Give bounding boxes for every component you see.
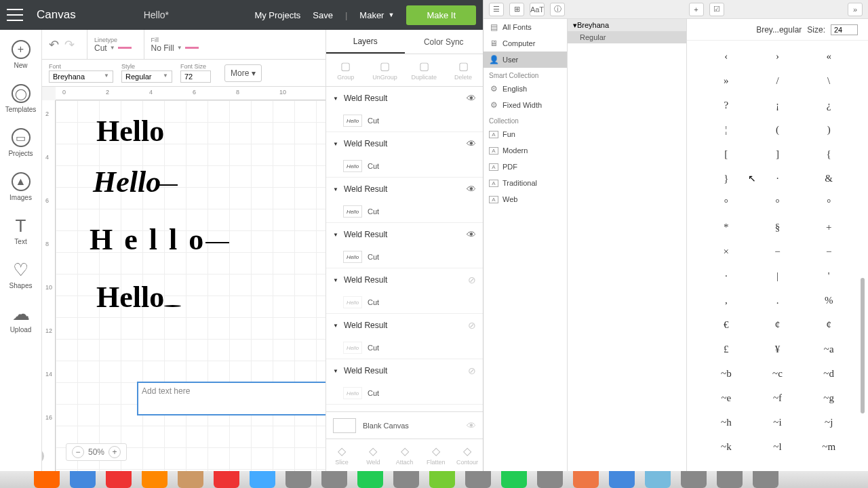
tool-text[interactable]: TText: [4, 213, 38, 249]
glyph-cell[interactable]: |: [752, 264, 804, 288]
glyph-cell[interactable]: ‹: [701, 44, 752, 68]
glyph-cell[interactable]: ¢: [752, 312, 804, 337]
machine-select[interactable]: Maker▼: [359, 10, 394, 20]
dock-app[interactable]: [573, 471, 599, 488]
font-style-item[interactable]: Regular: [568, 31, 686, 43]
glyph-cell[interactable]: ~c: [752, 361, 804, 386]
dock-app[interactable]: [393, 471, 419, 488]
glyph-cell[interactable]: [: [701, 142, 752, 166]
redo-button[interactable]: ↷: [64, 37, 75, 52]
glyph-cell[interactable]: ~h: [701, 410, 752, 434]
glyph-cell[interactable]: .: [752, 288, 804, 312]
scrollbar[interactable]: [861, 278, 865, 413]
action-contour[interactable]: ◇Contour: [452, 439, 483, 471]
fb-list-icon[interactable]: ☰: [489, 3, 504, 16]
glyph-cell[interactable]: ~m: [803, 434, 854, 459]
dock-app[interactable]: [285, 471, 311, 488]
layer-action-ungroup[interactable]: ▢UnGroup: [366, 54, 405, 86]
glyph-cell[interactable]: ~j: [803, 410, 854, 434]
glyph-cell[interactable]: »: [701, 68, 752, 93]
layer-item[interactable]: ▼Weld Result⊘: [326, 359, 483, 382]
fb-text-icon[interactable]: AaT: [530, 3, 545, 16]
glyph-cell[interactable]: &: [803, 166, 854, 190]
glyph-cell[interactable]: ¿: [803, 93, 854, 117]
layer-item[interactable]: ▼Weld Result👁: [326, 132, 483, 155]
glyph-cell[interactable]: ¥: [752, 337, 804, 361]
menu-icon[interactable]: [7, 9, 23, 21]
dock-app[interactable]: [537, 471, 563, 488]
layer-item[interactable]: ▼Square⊘: [326, 405, 483, 411]
dock-app[interactable]: [501, 471, 527, 488]
canvas-visibility-icon[interactable]: 👁: [467, 420, 476, 431]
glyph-cell[interactable]: ×: [701, 239, 752, 264]
layer-child[interactable]: HelloCut: [326, 337, 483, 359]
glyph-cell[interactable]: (: [752, 117, 804, 142]
dock-app[interactable]: [465, 471, 491, 488]
zoom-out-button[interactable]: −: [72, 446, 84, 458]
glyph-cell[interactable]: §: [752, 215, 804, 239]
visibility-icon[interactable]: 👁: [467, 93, 476, 104]
hello-text-4[interactable]: Hello: [96, 280, 181, 314]
style-select[interactable]: Regular: [121, 70, 172, 83]
dock-app[interactable]: [645, 471, 671, 488]
glyph-cell[interactable]: £: [701, 337, 752, 361]
layer-child[interactable]: HelloCut: [326, 110, 483, 131]
fb-check-icon[interactable]: ☑: [709, 3, 724, 16]
layer-item[interactable]: ▼Weld Result⊘: [326, 314, 483, 337]
layer-action-delete[interactable]: ▢Delete: [443, 54, 483, 86]
glyph-size-input[interactable]: [831, 24, 858, 35]
glyph-cell[interactable]: °: [803, 190, 854, 215]
font-more-button[interactable]: More ▾: [224, 64, 262, 82]
visibility-icon[interactable]: ⊘: [468, 320, 476, 331]
layer-action-group[interactable]: ▢Group: [326, 54, 366, 86]
layer-item[interactable]: ▼Weld Result⊘: [326, 268, 483, 291]
fb-grid-icon[interactable]: ⊞: [509, 3, 524, 16]
tab-colorsync[interactable]: Color Sync: [405, 30, 484, 54]
action-flatten[interactable]: ◇Flatten: [420, 439, 452, 471]
glyph-cell[interactable]: ~g: [803, 386, 854, 410]
glyph-cell[interactable]: °: [752, 190, 804, 215]
glyph-cell[interactable]: €: [701, 312, 752, 337]
glyph-cell[interactable]: +: [803, 215, 854, 239]
action-weld[interactable]: ◇Weld: [357, 439, 389, 471]
fb-smart-fixed-width[interactable]: ⚙Fixed Width: [484, 97, 567, 113]
glyph-cell[interactable]: ': [803, 264, 854, 288]
dock-app[interactable]: [717, 471, 743, 488]
layer-child[interactable]: HelloCut: [326, 155, 483, 177]
fb-coll-web[interactable]: AWeb: [484, 191, 567, 207]
dock-app[interactable]: [106, 471, 132, 488]
tool-shapes[interactable]: ♡Shapes: [4, 257, 38, 293]
dock-app[interactable]: [321, 471, 347, 488]
glyph-cell[interactable]: ~i: [752, 410, 804, 434]
fb-user[interactable]: 👤User: [484, 52, 567, 68]
layer-child[interactable]: HelloCut: [326, 382, 483, 404]
glyph-cell[interactable]: ,: [701, 288, 752, 312]
dock-app[interactable]: [357, 471, 383, 488]
glyph-cell[interactable]: ·: [752, 166, 804, 190]
action-slice[interactable]: ◇Slice: [326, 439, 357, 471]
glyph-cell[interactable]: ¢: [803, 312, 854, 337]
glyph-grid[interactable]: ↖ ‹›«»/\?¡¿¦()[]{}·&°°°*§+×−−·|',.%€¢¢£¥…: [687, 41, 868, 471]
glyph-cell[interactable]: «: [803, 44, 854, 68]
make-it-button[interactable]: Make It: [406, 5, 476, 25]
fb-coll-traditional[interactable]: ATraditional: [484, 175, 567, 191]
hello-text-3[interactable]: H e l l o: [90, 222, 229, 257]
linetype-select[interactable]: Cut▼: [94, 43, 132, 53]
dock-app[interactable]: [70, 471, 96, 488]
glyph-cell[interactable]: \: [803, 68, 854, 93]
dock-app[interactable]: [429, 471, 455, 488]
dock-app[interactable]: [142, 471, 167, 488]
dock-app[interactable]: [753, 471, 778, 488]
layer-child[interactable]: HelloCut: [326, 201, 483, 222]
font-family-item[interactable]: ▾ Breyhana: [568, 19, 686, 31]
text-input-box[interactable]: Add text here: [137, 382, 334, 415]
visibility-icon[interactable]: ⊘: [468, 365, 476, 376]
glyph-cell[interactable]: *: [701, 215, 752, 239]
dock-app[interactable]: [34, 471, 60, 488]
glyph-cell[interactable]: ~b: [701, 361, 752, 386]
glyph-cell[interactable]: ~e: [701, 386, 752, 410]
glyph-cell[interactable]: ?: [701, 93, 752, 117]
layer-item[interactable]: ▼Weld Result👁: [326, 178, 483, 201]
tool-new[interactable]: +New: [4, 37, 38, 73]
layer-item[interactable]: ▼Weld Result👁: [326, 223, 483, 246]
